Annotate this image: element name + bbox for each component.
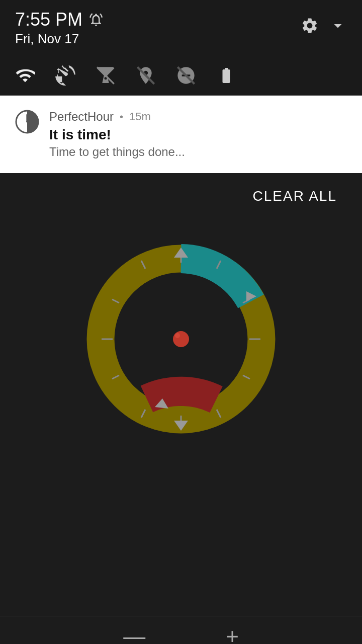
clock-svg (70, 203, 292, 475)
notif-time: 15m (129, 110, 151, 123)
alarm-icon (88, 12, 104, 27)
notif-separator: • (120, 111, 123, 123)
plus-button[interactable]: + (226, 624, 239, 645)
svg-point-21 (173, 331, 189, 347)
status-left: 7:55 PM Fri, Nov 17 (15, 9, 104, 47)
status-date: Fri, Nov 17 (15, 31, 104, 47)
notif-content: PerfectHour • 15m It is time! Time to ge… (49, 110, 347, 159)
wifi-icon[interactable] (15, 65, 35, 86)
notif-title: It is time! (49, 127, 347, 143)
status-time: 7:55 PM (15, 9, 104, 30)
notif-body: Time to get things done... (49, 145, 347, 159)
bottom-bar: — + (0, 616, 362, 644)
quick-settings-bar (0, 55, 362, 96)
flashlight-off-icon[interactable] (96, 65, 116, 86)
minus-button[interactable]: — (123, 624, 145, 645)
notification-card[interactable]: PerfectHour • 15m It is time! Time to ge… (0, 96, 362, 173)
status-bar: 7:55 PM Fri, Nov 17 (0, 0, 362, 55)
battery-icon (216, 65, 236, 86)
rotate-icon[interactable] (55, 65, 75, 86)
settings-icon[interactable] (301, 17, 319, 39)
svg-point-22 (175, 333, 180, 338)
app-area: CLEAR ALL (0, 173, 362, 644)
clock-widget[interactable] (70, 203, 292, 475)
dnd-off-icon[interactable] (176, 65, 196, 86)
location-off-icon[interactable] (136, 65, 156, 86)
notif-icon (15, 110, 39, 134)
status-right (301, 17, 347, 39)
notif-app-name: PerfectHour (49, 110, 114, 124)
dropdown-icon[interactable] (329, 17, 347, 39)
time-text: 7:55 PM (15, 9, 82, 30)
notif-header: PerfectHour • 15m (49, 110, 347, 124)
